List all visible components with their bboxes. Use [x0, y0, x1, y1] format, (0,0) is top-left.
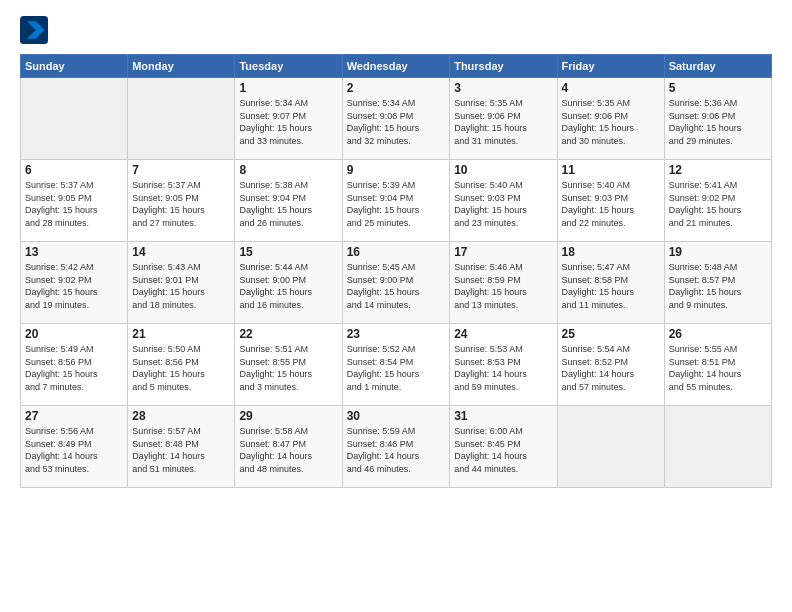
- day-number: 8: [239, 163, 337, 177]
- day-number: 31: [454, 409, 552, 423]
- calendar-cell: [557, 406, 664, 488]
- day-number: 16: [347, 245, 445, 259]
- day-number: 3: [454, 81, 552, 95]
- day-number: 28: [132, 409, 230, 423]
- day-number: 19: [669, 245, 767, 259]
- day-number: 20: [25, 327, 123, 341]
- weekday-header-wednesday: Wednesday: [342, 55, 449, 78]
- day-number: 18: [562, 245, 660, 259]
- day-number: 24: [454, 327, 552, 341]
- weekday-header-row: SundayMondayTuesdayWednesdayThursdayFrid…: [21, 55, 772, 78]
- calendar-cell: [21, 78, 128, 160]
- day-info: Sunrise: 5:43 AM Sunset: 9:01 PM Dayligh…: [132, 261, 230, 311]
- calendar-cell: 6Sunrise: 5:37 AM Sunset: 9:05 PM Daylig…: [21, 160, 128, 242]
- day-info: Sunrise: 5:45 AM Sunset: 9:00 PM Dayligh…: [347, 261, 445, 311]
- day-number: 5: [669, 81, 767, 95]
- day-number: 9: [347, 163, 445, 177]
- calendar-cell: 13Sunrise: 5:42 AM Sunset: 9:02 PM Dayli…: [21, 242, 128, 324]
- day-number: 25: [562, 327, 660, 341]
- day-number: 15: [239, 245, 337, 259]
- day-info: Sunrise: 5:41 AM Sunset: 9:02 PM Dayligh…: [669, 179, 767, 229]
- calendar-cell: 31Sunrise: 6:00 AM Sunset: 8:45 PM Dayli…: [450, 406, 557, 488]
- day-number: 26: [669, 327, 767, 341]
- weekday-header-tuesday: Tuesday: [235, 55, 342, 78]
- day-info: Sunrise: 5:40 AM Sunset: 9:03 PM Dayligh…: [562, 179, 660, 229]
- weekday-header-thursday: Thursday: [450, 55, 557, 78]
- day-info: Sunrise: 5:58 AM Sunset: 8:47 PM Dayligh…: [239, 425, 337, 475]
- day-info: Sunrise: 5:51 AM Sunset: 8:55 PM Dayligh…: [239, 343, 337, 393]
- calendar-cell: 2Sunrise: 5:34 AM Sunset: 9:06 PM Daylig…: [342, 78, 449, 160]
- calendar-cell: 12Sunrise: 5:41 AM Sunset: 9:02 PM Dayli…: [664, 160, 771, 242]
- calendar-cell: 1Sunrise: 5:34 AM Sunset: 9:07 PM Daylig…: [235, 78, 342, 160]
- day-info: Sunrise: 5:42 AM Sunset: 9:02 PM Dayligh…: [25, 261, 123, 311]
- day-number: 12: [669, 163, 767, 177]
- day-number: 22: [239, 327, 337, 341]
- calendar-cell: 25Sunrise: 5:54 AM Sunset: 8:52 PM Dayli…: [557, 324, 664, 406]
- day-info: Sunrise: 5:49 AM Sunset: 8:56 PM Dayligh…: [25, 343, 123, 393]
- calendar-cell: 9Sunrise: 5:39 AM Sunset: 9:04 PM Daylig…: [342, 160, 449, 242]
- day-info: Sunrise: 5:56 AM Sunset: 8:49 PM Dayligh…: [25, 425, 123, 475]
- calendar-cell: 26Sunrise: 5:55 AM Sunset: 8:51 PM Dayli…: [664, 324, 771, 406]
- day-info: Sunrise: 5:52 AM Sunset: 8:54 PM Dayligh…: [347, 343, 445, 393]
- day-info: Sunrise: 5:48 AM Sunset: 8:57 PM Dayligh…: [669, 261, 767, 311]
- weekday-header-sunday: Sunday: [21, 55, 128, 78]
- calendar-cell: 4Sunrise: 5:35 AM Sunset: 9:06 PM Daylig…: [557, 78, 664, 160]
- day-info: Sunrise: 5:37 AM Sunset: 9:05 PM Dayligh…: [25, 179, 123, 229]
- day-number: 13: [25, 245, 123, 259]
- day-info: Sunrise: 5:59 AM Sunset: 8:46 PM Dayligh…: [347, 425, 445, 475]
- calendar-cell: 29Sunrise: 5:58 AM Sunset: 8:47 PM Dayli…: [235, 406, 342, 488]
- calendar-cell: 7Sunrise: 5:37 AM Sunset: 9:05 PM Daylig…: [128, 160, 235, 242]
- calendar-cell: 3Sunrise: 5:35 AM Sunset: 9:06 PM Daylig…: [450, 78, 557, 160]
- page: SundayMondayTuesdayWednesdayThursdayFrid…: [0, 0, 792, 612]
- logo-icon: [20, 16, 48, 44]
- calendar-cell: 8Sunrise: 5:38 AM Sunset: 9:04 PM Daylig…: [235, 160, 342, 242]
- day-info: Sunrise: 5:46 AM Sunset: 8:59 PM Dayligh…: [454, 261, 552, 311]
- day-number: 11: [562, 163, 660, 177]
- calendar-cell: 20Sunrise: 5:49 AM Sunset: 8:56 PM Dayli…: [21, 324, 128, 406]
- week-row-5: 27Sunrise: 5:56 AM Sunset: 8:49 PM Dayli…: [21, 406, 772, 488]
- calendar-cell: 14Sunrise: 5:43 AM Sunset: 9:01 PM Dayli…: [128, 242, 235, 324]
- day-number: 27: [25, 409, 123, 423]
- weekday-header-saturday: Saturday: [664, 55, 771, 78]
- day-number: 2: [347, 81, 445, 95]
- calendar-cell: 28Sunrise: 5:57 AM Sunset: 8:48 PM Dayli…: [128, 406, 235, 488]
- calendar-cell: 16Sunrise: 5:45 AM Sunset: 9:00 PM Dayli…: [342, 242, 449, 324]
- day-number: 14: [132, 245, 230, 259]
- calendar-cell: 18Sunrise: 5:47 AM Sunset: 8:58 PM Dayli…: [557, 242, 664, 324]
- day-number: 6: [25, 163, 123, 177]
- calendar-cell: 24Sunrise: 5:53 AM Sunset: 8:53 PM Dayli…: [450, 324, 557, 406]
- calendar-cell: 5Sunrise: 5:36 AM Sunset: 9:06 PM Daylig…: [664, 78, 771, 160]
- day-number: 23: [347, 327, 445, 341]
- calendar-cell: 27Sunrise: 5:56 AM Sunset: 8:49 PM Dayli…: [21, 406, 128, 488]
- day-number: 21: [132, 327, 230, 341]
- calendar-cell: 17Sunrise: 5:46 AM Sunset: 8:59 PM Dayli…: [450, 242, 557, 324]
- calendar-cell: 19Sunrise: 5:48 AM Sunset: 8:57 PM Dayli…: [664, 242, 771, 324]
- day-number: 4: [562, 81, 660, 95]
- calendar-cell: 23Sunrise: 5:52 AM Sunset: 8:54 PM Dayli…: [342, 324, 449, 406]
- calendar-cell: 21Sunrise: 5:50 AM Sunset: 8:56 PM Dayli…: [128, 324, 235, 406]
- day-info: Sunrise: 5:54 AM Sunset: 8:52 PM Dayligh…: [562, 343, 660, 393]
- day-info: Sunrise: 5:47 AM Sunset: 8:58 PM Dayligh…: [562, 261, 660, 311]
- week-row-3: 13Sunrise: 5:42 AM Sunset: 9:02 PM Dayli…: [21, 242, 772, 324]
- calendar-cell: 10Sunrise: 5:40 AM Sunset: 9:03 PM Dayli…: [450, 160, 557, 242]
- day-number: 7: [132, 163, 230, 177]
- day-number: 30: [347, 409, 445, 423]
- calendar-cell: 22Sunrise: 5:51 AM Sunset: 8:55 PM Dayli…: [235, 324, 342, 406]
- day-number: 1: [239, 81, 337, 95]
- day-info: Sunrise: 5:57 AM Sunset: 8:48 PM Dayligh…: [132, 425, 230, 475]
- calendar-cell: 15Sunrise: 5:44 AM Sunset: 9:00 PM Dayli…: [235, 242, 342, 324]
- week-row-4: 20Sunrise: 5:49 AM Sunset: 8:56 PM Dayli…: [21, 324, 772, 406]
- day-number: 17: [454, 245, 552, 259]
- calendar-cell: 11Sunrise: 5:40 AM Sunset: 9:03 PM Dayli…: [557, 160, 664, 242]
- weekday-header-monday: Monday: [128, 55, 235, 78]
- header: [20, 16, 772, 44]
- day-info: Sunrise: 5:35 AM Sunset: 9:06 PM Dayligh…: [454, 97, 552, 147]
- calendar-cell: [128, 78, 235, 160]
- day-info: Sunrise: 5:37 AM Sunset: 9:05 PM Dayligh…: [132, 179, 230, 229]
- day-info: Sunrise: 5:34 AM Sunset: 9:06 PM Dayligh…: [347, 97, 445, 147]
- day-info: Sunrise: 5:55 AM Sunset: 8:51 PM Dayligh…: [669, 343, 767, 393]
- day-info: Sunrise: 5:35 AM Sunset: 9:06 PM Dayligh…: [562, 97, 660, 147]
- day-info: Sunrise: 5:53 AM Sunset: 8:53 PM Dayligh…: [454, 343, 552, 393]
- week-row-2: 6Sunrise: 5:37 AM Sunset: 9:05 PM Daylig…: [21, 160, 772, 242]
- calendar-table: SundayMondayTuesdayWednesdayThursdayFrid…: [20, 54, 772, 488]
